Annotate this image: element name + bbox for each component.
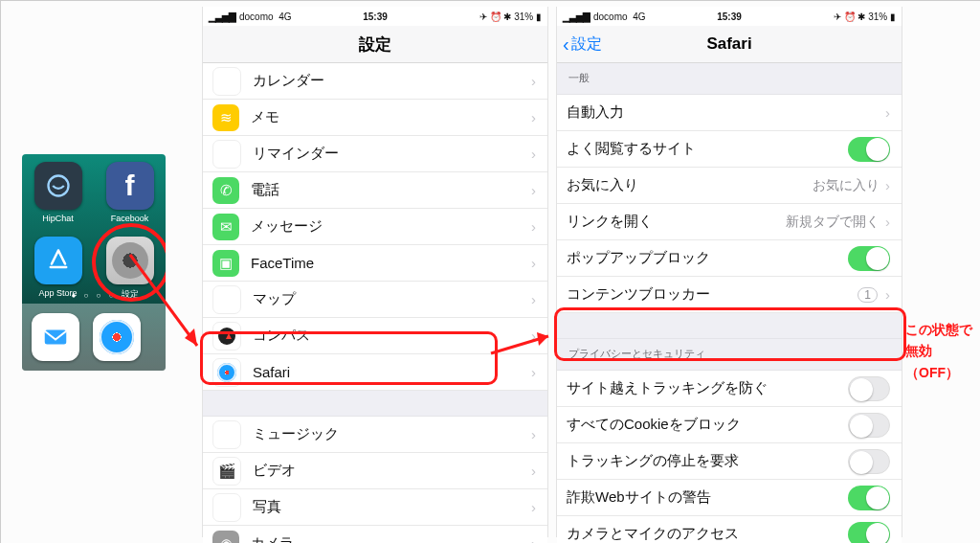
status-bar: ▁▃▅▇docomo 4G 15:39 ✈ ⏰ ✱ 31% ▮ xyxy=(203,7,547,26)
row-open-links[interactable]: リンクを開く新規タブで開く› xyxy=(557,204,902,240)
row-facetime[interactable]: ▣FaceTime› xyxy=(203,245,547,282)
row-dnt[interactable]: トラッキングの停止を要求 xyxy=(557,443,902,480)
chevron-right-icon: › xyxy=(531,426,536,442)
safari-dock-icon[interactable] xyxy=(93,313,141,361)
chevron-right-icon: › xyxy=(885,214,890,230)
photos-icon: ✿ xyxy=(212,493,241,522)
settings-phone: ▁▃▅▇docomo 4G 15:39 ✈ ⏰ ✱ 31% ▮ 設定 ▦カレンダ… xyxy=(202,7,548,537)
app-label: HipChat xyxy=(42,214,74,223)
chevron-left-icon: ‹ xyxy=(563,34,569,54)
status-time: 15:39 xyxy=(203,11,547,22)
row-camera-mic[interactable]: カメラとマイクのアクセス xyxy=(557,516,902,543)
back-button[interactable]: ‹設定 xyxy=(563,34,602,55)
toggle-on[interactable] xyxy=(848,486,890,510)
navbar: ‹設定 Safari xyxy=(557,26,902,63)
chevron-right-icon: › xyxy=(531,255,536,271)
row-camera[interactable]: ◉カメラ› xyxy=(203,526,547,543)
row-compass[interactable]: コンパス› xyxy=(203,318,547,354)
row-popup-block[interactable]: ポップアップブロック xyxy=(557,240,902,277)
svg-marker-3 xyxy=(185,328,197,346)
toggle-off[interactable] xyxy=(848,449,890,474)
row-content-blocker[interactable]: コンテンツブロッカー1› xyxy=(557,277,902,313)
mail-icon[interactable] xyxy=(32,313,79,361)
chevron-right-icon: › xyxy=(531,291,536,307)
home-screen-snippet: HipChat f Facebook App Store 設定 ● ○ ○ ○ xyxy=(22,154,166,371)
notes-icon: ≋ xyxy=(212,104,239,131)
row-messages[interactable]: ✉メッセージ› xyxy=(203,209,547,245)
row-photos[interactable]: ✿写真› xyxy=(203,489,547,526)
section-header-privacy: プライバシーとセキュリティ xyxy=(557,339,902,371)
safari-settings-list: 一般 自動入力› よく閲覧するサイト お気に入りお気に入り› リンクを開く新規タ… xyxy=(557,63,902,543)
toggle-on[interactable] xyxy=(848,137,890,162)
messages-icon: ✉ xyxy=(212,214,239,240)
chevron-right-icon: › xyxy=(885,177,890,193)
chevron-right-icon: › xyxy=(531,218,536,235)
status-time: 15:39 xyxy=(557,11,902,22)
row-memo[interactable]: ≋メモ› xyxy=(203,100,547,136)
row-fraud-warning[interactable]: 詐欺Webサイトの警告 xyxy=(557,480,902,516)
toggle-on[interactable] xyxy=(848,246,890,271)
chevron-right-icon: › xyxy=(531,146,536,162)
phone-icon: ✆ xyxy=(212,177,239,204)
section-header-general: 一般 xyxy=(557,63,902,95)
chevron-right-icon: › xyxy=(531,499,536,515)
chevron-right-icon: › xyxy=(531,109,536,125)
toggle-on[interactable] xyxy=(848,522,890,544)
row-favorites[interactable]: お気に入りお気に入り› xyxy=(557,168,902,204)
tutorial-canvas: { "status": { "carrier": "docomo", "net"… xyxy=(0,0,980,543)
chevron-right-icon: › xyxy=(885,286,890,303)
appstore-icon xyxy=(34,237,82,284)
chevron-right-icon: › xyxy=(531,535,536,543)
row-maps[interactable]: ➤マップ› xyxy=(203,282,547,318)
toggle-off[interactable] xyxy=(848,376,890,401)
page-title: 設定 xyxy=(359,34,391,56)
chevron-right-icon: › xyxy=(531,182,536,198)
music-icon: ♫ xyxy=(212,420,241,449)
chevron-right-icon: › xyxy=(531,73,536,89)
settings-icon xyxy=(106,237,154,284)
annotation-text: この状態で無効 （OFF） xyxy=(905,319,980,383)
row-calendar[interactable]: ▦カレンダー› xyxy=(203,63,547,100)
chevron-right-icon: › xyxy=(531,328,536,344)
svg-rect-1 xyxy=(45,330,67,345)
row-music[interactable]: ♫ミュージック› xyxy=(203,417,547,453)
settings-list: ▦カレンダー› ≋メモ› ⦿リマインダー› ✆電話› ✉メッセージ› ▣Face… xyxy=(203,63,547,543)
section-gap xyxy=(557,313,902,339)
reminders-icon: ⦿ xyxy=(212,140,241,169)
app-label: Facebook xyxy=(111,214,149,223)
svg-point-0 xyxy=(48,176,68,196)
toggle-off[interactable] xyxy=(848,413,890,438)
app-facebook[interactable]: f Facebook xyxy=(102,162,158,223)
camera-icon: ◉ xyxy=(212,531,239,544)
calendar-icon: ▦ xyxy=(212,67,241,96)
row-block-cookies[interactable]: すべてのCookieをブロック xyxy=(557,407,902,443)
safari-settings-phone: ▁▃▅▇docomo 4G 15:39 ✈ ⏰ ✱ 31% ▮ ‹設定 Safa… xyxy=(556,7,902,537)
video-icon: 🎬 xyxy=(212,457,241,486)
status-bar: ▁▃▅▇docomo 4G 15:39 ✈ ⏰ ✱ 31% ▮ xyxy=(557,7,902,26)
page-dots: ● ○ ○ ○ xyxy=(22,291,166,300)
chevron-right-icon: › xyxy=(885,104,890,121)
compass-icon xyxy=(212,322,241,351)
safari-icon xyxy=(212,358,241,387)
row-video[interactable]: 🎬ビデオ› xyxy=(203,453,547,489)
navbar: 設定 xyxy=(203,26,547,63)
page-title: Safari xyxy=(706,34,751,54)
count-badge: 1 xyxy=(858,287,878,303)
chevron-right-icon: › xyxy=(531,463,536,479)
row-reminders[interactable]: ⦿リマインダー› xyxy=(203,136,547,172)
dock xyxy=(22,304,166,371)
row-cross-site-tracking[interactable]: サイト越えトラッキングを防ぐ xyxy=(557,371,902,407)
row-safari[interactable]: Safari› xyxy=(203,354,547,391)
row-frequently-visited[interactable]: よく閲覧するサイト xyxy=(557,131,902,168)
maps-icon: ➤ xyxy=(212,285,241,314)
row-phone[interactable]: ✆電話› xyxy=(203,172,547,209)
facebook-icon: f xyxy=(106,162,154,210)
chevron-right-icon: › xyxy=(531,364,536,380)
facetime-icon: ▣ xyxy=(212,250,239,277)
section-gap xyxy=(203,391,547,417)
hipchat-icon xyxy=(34,162,82,210)
row-autofill[interactable]: 自動入力› xyxy=(557,95,902,131)
app-hipchat[interactable]: HipChat xyxy=(31,162,86,223)
